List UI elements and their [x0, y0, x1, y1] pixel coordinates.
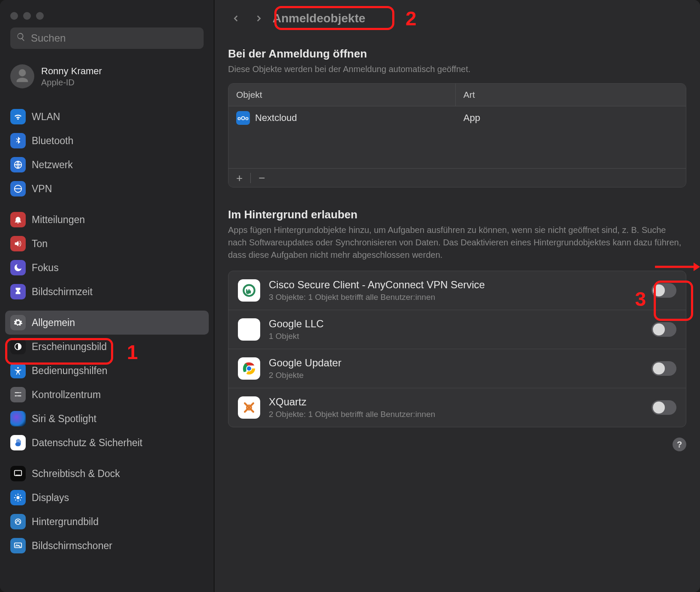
row-name: Nextcloud: [255, 112, 297, 124]
nav-group-general: Allgemein Erscheinungsbild Bedienungshil…: [5, 311, 209, 455]
sidebar-item-screentime[interactable]: Bildschirmzeit: [5, 280, 209, 304]
system-settings-window: Suchen Ronny Kramer Apple-ID WLAN Blueto…: [0, 0, 700, 592]
open-at-login-section: Bei der Anmeldung öffnen Diese Objekte w…: [228, 47, 686, 187]
item-name: XQuartz: [269, 396, 643, 408]
sidebar-item-wallpaper[interactable]: Hintergrundbild: [5, 510, 209, 534]
screensaver-icon: [10, 538, 26, 553]
sidebar-item-label: Bedienungshilfen: [32, 365, 107, 377]
minimize-window-button[interactable]: [23, 12, 31, 20]
table-footer: + −: [228, 168, 686, 187]
sidebar-item-label: Bluetooth: [32, 135, 73, 147]
sidebar-item-accessibility[interactable]: Bedienungshilfen: [5, 359, 209, 383]
background-item-google-llc: Google LLC 1 Objekt: [228, 310, 686, 349]
sidebar-item-label: Displays: [32, 492, 69, 504]
sidebar-item-displays[interactable]: Displays: [5, 486, 209, 510]
nav-group-alerts: Mitteilungen Ton Fokus Bildschirmzeit: [5, 208, 209, 304]
table-empty-area: [228, 130, 686, 168]
sidebar-item-wlan[interactable]: WLAN: [5, 105, 209, 129]
avatar: [10, 64, 34, 88]
sidebar-item-label: Fokus: [32, 262, 59, 274]
window-controls: [0, 7, 214, 27]
background-item-google-updater: Google Updater 2 Objekte: [228, 349, 686, 388]
wifi-icon: [10, 109, 26, 124]
sidebar-item-desktop-dock[interactable]: Schreibtisch & Dock: [5, 462, 209, 486]
appearance-icon: [10, 339, 26, 354]
gear-icon: [10, 315, 26, 330]
sidebar-item-bluetooth[interactable]: Bluetooth: [5, 129, 209, 153]
sliders-icon: [10, 387, 26, 402]
sidebar-item-control-center[interactable]: Kontrollzentrum: [5, 383, 209, 407]
sidebar-item-label: WLAN: [32, 111, 60, 123]
main-content: Anmeldeobjekte 2 Bei der Anmeldung öffne…: [214, 0, 700, 592]
nav-group-display: Schreibtisch & Dock Displays Hintergrund…: [5, 462, 209, 558]
vpn-icon: [10, 181, 26, 196]
item-sub: 1 Objekt: [269, 332, 643, 341]
sidebar-item-vpn[interactable]: VPN: [5, 177, 209, 201]
fullscreen-window-button[interactable]: [36, 12, 44, 20]
toggle-switch[interactable]: [652, 400, 676, 415]
siri-icon: [10, 411, 26, 426]
sidebar-item-label: Bildschirmschoner: [32, 540, 112, 552]
nav-back-button[interactable]: [228, 10, 244, 27]
sidebar-item-label: Ton: [32, 238, 48, 250]
svg-rect-10: [247, 290, 251, 293]
remove-item-button[interactable]: −: [258, 172, 265, 184]
svg-rect-13: [244, 331, 248, 335]
column-object[interactable]: Objekt: [228, 84, 456, 106]
sidebar-item-general[interactable]: Allgemein: [5, 311, 209, 335]
bell-icon: [10, 212, 26, 227]
accessibility-icon: [10, 363, 26, 378]
titlebar: Anmeldeobjekte: [214, 0, 700, 37]
item-sub: 2 Objekte: [269, 371, 643, 380]
account-name: Ronny Kramer: [41, 66, 102, 77]
search-icon: [16, 32, 26, 44]
dock-icon: [10, 466, 26, 481]
globe-icon: [10, 157, 26, 172]
allow-background-section: Im Hintergrund erlauben Apps fügen Hinte…: [228, 208, 686, 427]
toggle-switch[interactable]: [652, 283, 676, 298]
sidebar-item-network[interactable]: Netzwerk: [5, 153, 209, 177]
nav-forward-button[interactable]: [250, 10, 267, 27]
toggle-switch[interactable]: [652, 322, 676, 337]
sidebar-item-screensaver[interactable]: Bildschirmschoner: [5, 534, 209, 558]
wallpaper-icon: [10, 514, 26, 529]
nextcloud-icon: oOo: [236, 111, 250, 125]
nav: WLAN Bluetooth Netzwerk VPN M: [0, 99, 214, 558]
sidebar-item-label: Datenschutz & Sicherheit: [32, 437, 142, 449]
sidebar-item-label: VPN: [32, 183, 52, 195]
sidebar-item-focus[interactable]: Fokus: [5, 256, 209, 280]
hand-icon: [10, 435, 26, 450]
sidebar-item-notifications[interactable]: Mitteilungen: [5, 208, 209, 232]
speaker-icon: [10, 236, 26, 251]
svg-rect-11: [244, 325, 248, 329]
sidebar-item-privacy[interactable]: Datenschutz & Sicherheit: [5, 431, 209, 455]
background-items-list: Cisco Secure Client - AnyConnect VPN Ser…: [228, 271, 686, 427]
section-title: Bei der Anmeldung öffnen: [228, 47, 686, 60]
account-sub: Apple-ID: [41, 78, 102, 88]
toggle-switch[interactable]: [652, 361, 676, 376]
svg-rect-12: [250, 325, 254, 329]
login-items-table: Objekt Art oOo Nextcloud App +: [228, 83, 686, 187]
sidebar-item-appearance[interactable]: Erscheinungsbild: [5, 335, 209, 359]
search-placeholder: Suchen: [31, 32, 66, 44]
column-kind[interactable]: Art: [456, 84, 686, 106]
bluetooth-icon: [10, 133, 26, 148]
help-button[interactable]: ?: [673, 438, 686, 451]
sidebar-item-siri[interactable]: Siri & Spotlight: [5, 407, 209, 431]
svg-rect-5: [16, 475, 21, 476]
sidebar-item-label: Bildschirmzeit: [32, 286, 93, 298]
xquartz-icon: [238, 396, 260, 419]
background-item-cisco: Cisco Secure Client - AnyConnect VPN Ser…: [228, 271, 686, 310]
add-item-button[interactable]: +: [236, 172, 243, 184]
account-row[interactable]: Ronny Kramer Apple-ID: [0, 57, 214, 99]
item-name: Google Updater: [269, 357, 643, 369]
close-window-button[interactable]: [10, 12, 18, 20]
display-icon: [10, 490, 26, 505]
item-sub: 2 Objekte: 1 Objekt betrifft alle Benutz…: [269, 410, 643, 419]
app-grid-icon: [238, 318, 260, 341]
table-row[interactable]: oOo Nextcloud App: [228, 106, 686, 130]
sidebar-item-label: Kontrollzentrum: [32, 389, 101, 401]
sidebar-item-label: Siri & Spotlight: [32, 413, 96, 425]
search-input[interactable]: Suchen: [10, 27, 204, 49]
sidebar-item-sound[interactable]: Ton: [5, 232, 209, 256]
